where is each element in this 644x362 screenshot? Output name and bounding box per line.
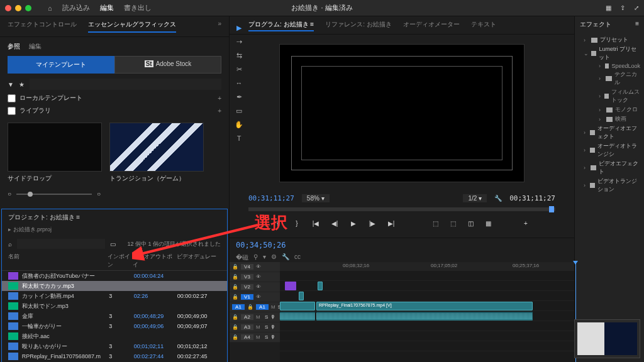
eg-browse-tab[interactable]: 参照 — [8, 42, 20, 51]
track-header[interactable]: 🔒A2MS🎙 — [230, 312, 280, 322]
panel-menu-icon[interactable]: » — [218, 20, 221, 33]
timecode-right[interactable]: 00;31;11;27 — [509, 194, 555, 202]
clip[interactable] — [285, 282, 296, 290]
fx-video-transitions[interactable]: ›ビデオトランジション — [579, 177, 640, 194]
template-search-input[interactable] — [30, 79, 221, 90]
playback-resolution[interactable]: 1/2 ▾ — [463, 194, 487, 202]
track-select-tool-icon[interactable]: ⇢ — [234, 36, 244, 47]
clip[interactable] — [318, 282, 323, 290]
export-frame-icon[interactable]: ◫ — [465, 220, 476, 231]
extract-icon[interactable]: ⬚ — [447, 220, 458, 231]
fx-video-effects[interactable]: ›ビデオエフェクト — [579, 159, 640, 177]
monitor-scrubber[interactable] — [248, 207, 555, 211]
template-thumb-2[interactable]: トランジション（ゲーム） — [109, 123, 204, 183]
fx-preset-item[interactable]: ›映画 — [579, 114, 640, 124]
clip[interactable] — [299, 292, 304, 300]
filter-icon[interactable]: ▼ — [8, 81, 14, 88]
step-back-icon[interactable]: ◀| — [329, 220, 340, 231]
wrench-icon[interactable]: 🔧 — [494, 195, 502, 202]
play-icon[interactable]: ▶ — [348, 220, 359, 231]
home-icon[interactable]: ⌂ — [48, 4, 52, 12]
workspace-icon[interactable]: ▦ — [606, 4, 611, 11]
picture-in-picture-thumbnail[interactable] — [574, 319, 640, 358]
fx-preset-item[interactable]: ›SpeedLook — [579, 62, 640, 70]
zoom-level[interactable]: 58% ▾ — [302, 194, 330, 202]
share-icon[interactable]: ⇪ — [620, 4, 625, 11]
project-item[interactable]: 一輪車かがりー300;00;49;0600;00;49;07 — [2, 321, 227, 331]
clip[interactable] — [280, 302, 315, 310]
add-folder-icon[interactable]: + — [218, 95, 221, 102]
project-item[interactable]: 和太鼓でカカッ.mp3 — [2, 281, 227, 291]
wrench-icon[interactable]: 🔧 — [282, 253, 289, 262]
tab-export[interactable]: 書き出し — [124, 3, 152, 13]
my-templates-button[interactable]: マイテンプレート — [8, 56, 114, 74]
project-panel-title[interactable]: プロジェクト: お絵描き ≡ — [2, 209, 227, 226]
fullscreen-icon[interactable]: ⤢ — [634, 4, 639, 11]
project-item[interactable]: 和太鼓でドン.mp3 — [2, 301, 227, 311]
go-to-out-icon[interactable]: ▶| — [386, 220, 397, 231]
track-header[interactable]: 🔒V4👁 — [230, 262, 280, 272]
reference-monitor-tab[interactable]: リファレンス: お絵描き — [325, 20, 392, 31]
project-item[interactable]: 金庫300;00;48;2900;00;49;00 — [2, 311, 227, 321]
timecode-left[interactable]: 00;31;11;27 — [248, 194, 294, 202]
project-item[interactable]: 殴りあいかがりー300;01;02;1100;01;02;12 — [2, 341, 227, 351]
fx-audio-effects[interactable]: ›オーディオエフェクト — [579, 124, 640, 141]
hand-tool-icon[interactable]: ✋ — [234, 119, 244, 129]
tab-import[interactable]: 読み込み — [62, 3, 90, 13]
track-header[interactable]: 🔒V2👁 — [230, 282, 280, 292]
track-header[interactable]: A1🔒A1MS🎙 — [230, 302, 280, 312]
tab-effect-controls[interactable]: エフェクトコントロール — [8, 20, 77, 33]
slip-tool-icon[interactable]: ↔ — [234, 78, 244, 88]
project-item[interactable]: カットイン動画.mp4302:2600:00:02:27 — [2, 291, 227, 301]
timeline-timecode[interactable]: 00;34;50;26 — [236, 241, 286, 250]
go-to-in-icon[interactable]: |◀ — [310, 220, 321, 231]
razor-tool-icon[interactable]: ✂ — [234, 64, 244, 74]
fx-presets[interactable]: ›プリセット — [579, 35, 640, 45]
tab-essential-graphics[interactable]: エッセンシャルグラフィックス — [88, 20, 176, 33]
program-monitor[interactable] — [279, 44, 525, 182]
local-templates-checkbox[interactable] — [8, 94, 16, 102]
step-forward-icon[interactable]: |▶ — [367, 220, 378, 231]
text-panel-tab[interactable]: テキスト — [471, 20, 496, 31]
settings-icon[interactable]: ⚙ — [271, 253, 277, 262]
adobe-stock-button[interactable]: StAdobe Stock — [114, 56, 221, 74]
pen-tool-icon[interactable]: ✒ — [234, 92, 244, 102]
comparison-icon[interactable]: ▦ — [482, 220, 494, 231]
fx-lumetri[interactable]: ⌄Lumetri プリセット — [579, 45, 640, 62]
type-tool-icon[interactable]: T — [234, 133, 244, 143]
caption-icon[interactable]: cc — [294, 253, 301, 262]
button-editor-icon[interactable]: + — [520, 220, 531, 231]
lift-icon[interactable]: ⬚ — [430, 220, 441, 231]
tab-edit[interactable]: 編集 — [100, 3, 114, 13]
timeline-ruler[interactable]: 00;08;32;16 00;17;05;02 00;25;37;16 — [280, 262, 574, 271]
track-header[interactable]: 🔒A4MS🎙 — [230, 332, 280, 343]
close-window[interactable] — [5, 5, 11, 11]
template-thumb-1[interactable]: サイドテロップ — [8, 123, 102, 183]
marker-icon[interactable]: ▾ — [263, 253, 266, 262]
add-library-icon[interactable]: + — [218, 107, 221, 114]
rectangle-tool-icon[interactable]: ▭ — [234, 106, 244, 116]
fx-preset-item[interactable]: ›モノクロ — [579, 105, 640, 114]
program-monitor-tab[interactable]: プログラム: お絵描き ≡ — [248, 20, 314, 31]
selection-tool-icon[interactable]: ▶ — [234, 23, 244, 33]
project-search-input[interactable] — [17, 239, 105, 249]
project-item[interactable]: 債務者のお顔YouTubeバナー00:00:04:24 — [2, 271, 227, 281]
fx-preset-item[interactable]: ›フィルムストック — [579, 87, 640, 105]
library-checkbox[interactable] — [8, 107, 16, 115]
audio-meter-tab[interactable]: オーディオメーター — [403, 20, 460, 31]
minimize-window[interactable] — [15, 5, 21, 11]
thumb-size-slider[interactable] — [16, 194, 92, 195]
project-item[interactable]: RPReplay_Final1707568087.m300:02:27:4400… — [2, 351, 227, 361]
track-header[interactable]: 🔒V3👁 — [230, 272, 280, 282]
audio-clip[interactable] — [316, 312, 533, 321]
snap-icon[interactable]: �磁 — [236, 253, 248, 262]
link-icon[interactable]: ⚲ — [253, 253, 258, 262]
fx-preset-item[interactable]: ›テクニカル — [579, 70, 640, 87]
mark-out-icon[interactable]: } — [291, 220, 303, 231]
track-header[interactable]: 🔒V1👁 — [230, 292, 280, 302]
bin-icon[interactable]: ▭ — [110, 241, 116, 248]
audio-clip[interactable] — [280, 312, 315, 321]
eg-edit-tab[interactable]: 編集 — [29, 42, 42, 51]
fx-audio-transitions[interactable]: ›オーディオトランジシ — [579, 141, 640, 159]
clip[interactable]: RPReplay_Final1707567875.mp4 [V] — [316, 302, 533, 310]
